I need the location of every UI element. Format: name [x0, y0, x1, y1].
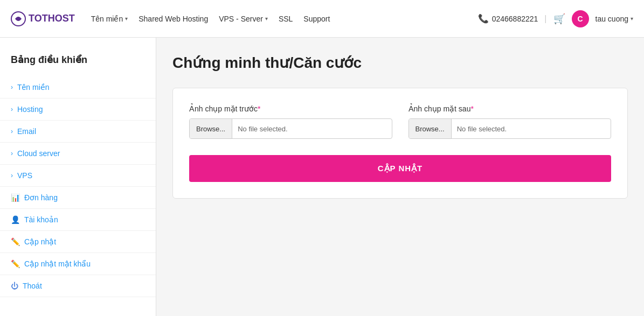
bar-chart-icon: 📊 [11, 193, 20, 202]
sidebar-item-email[interactable]: › Email [0, 121, 156, 143]
back-browse-button[interactable]: Browse... [409, 119, 452, 138]
arrow-icon: › [11, 83, 13, 91]
edit-icon: ✏️ [11, 259, 20, 268]
cart-icon[interactable]: 🛒 [553, 13, 565, 25]
sidebar-item-vps[interactable]: › VPS [0, 165, 156, 187]
sidebar-item-cloud-server[interactable]: › Cloud server [0, 143, 156, 165]
main-content: Chứng minh thư/Căn cước Ảnh chụp mặt trư… [156, 38, 644, 316]
nav-item-ssl[interactable]: SSL [279, 15, 293, 23]
page-container: Bảng điều khiển › Tên miền › Hosting › E… [0, 38, 644, 316]
arrow-icon: › [11, 150, 13, 157]
front-browse-button[interactable]: Browse... [190, 119, 232, 138]
front-upload-group: Ảnh chụp mặt trước* Browse... No file se… [189, 104, 392, 139]
front-label: Ảnh chụp mặt trước* [189, 104, 392, 113]
nav-item-support[interactable]: Support [303, 15, 330, 23]
user-menu[interactable]: tau cuong ▾ [595, 15, 634, 23]
front-file-name: No file selected. [232, 125, 391, 133]
header-left: TOTHOST Tên miền ▾ Shared Web Hosting VP… [11, 11, 330, 26]
arrow-icon: › [11, 172, 13, 179]
upload-row: Ảnh chụp mặt trước* Browse... No file se… [189, 104, 611, 139]
sidebar-item-hosting[interactable]: › Hosting [0, 99, 156, 121]
main-nav: Tên miền ▾ Shared Web Hosting VPS - Serv… [91, 15, 330, 23]
sidebar-title: Bảng điều khiển [0, 48, 156, 76]
back-upload-group: Ảnh chụp mặt sau* Browse... No file sele… [408, 104, 612, 139]
id-card-form: Ảnh chụp mặt trước* Browse... No file se… [172, 88, 628, 199]
sidebar-item-ten-mien[interactable]: › Tên miền [0, 76, 156, 99]
back-required: * [470, 104, 473, 113]
header: TOTHOST Tên miền ▾ Shared Web Hosting VP… [0, 0, 644, 38]
avatar[interactable]: C [572, 10, 589, 27]
chevron-down-icon: ▾ [125, 16, 128, 22]
user-icon: 👤 [11, 215, 20, 224]
sidebar-item-cap-nhat[interactable]: ✏️ Cập nhật [0, 231, 156, 253]
sidebar-item-tai-khoan[interactable]: 👤 Tài khoản [0, 209, 156, 231]
back-label: Ảnh chụp mặt sau* [408, 104, 612, 113]
nav-item-shared-hosting[interactable]: Shared Web Hosting [139, 15, 208, 23]
back-file-name: No file selected. [452, 125, 611, 133]
front-required: * [258, 104, 260, 113]
logo-text: TOTHOST [29, 13, 75, 24]
sidebar-item-thoat[interactable]: ⏻ Thoát [0, 275, 156, 297]
sidebar-item-cap-nhat-mat-khau[interactable]: ✏️ Cập nhật mật khẩu [0, 253, 156, 275]
power-icon: ⏻ [11, 282, 18, 290]
update-button[interactable]: CẬP NHẬT [189, 155, 611, 182]
header-right: 📞 02466882221 | 🛒 C tau cuong ▾ [478, 10, 633, 27]
arrow-icon: › [11, 106, 13, 113]
chevron-down-icon: ▾ [265, 16, 268, 22]
page-title: Chứng minh thư/Căn cước [172, 54, 628, 72]
phone-area: 📞 02466882221 [478, 13, 538, 24]
logo[interactable]: TOTHOST [11, 11, 75, 26]
arrow-icon: › [11, 128, 13, 135]
front-file-input: Browse... No file selected. [189, 118, 392, 139]
nav-item-ten-mien[interactable]: Tên miền ▾ [91, 15, 128, 23]
sidebar-item-don-hang[interactable]: 📊 Đơn hàng [0, 187, 156, 209]
back-file-input: Browse... No file selected. [408, 118, 612, 139]
divider: | [544, 14, 546, 24]
phone-icon: 📞 [478, 13, 489, 24]
phone-number: 02466882221 [492, 15, 538, 23]
edit-icon: ✏️ [11, 237, 20, 246]
logo-icon [11, 11, 26, 26]
nav-item-vps-server[interactable]: VPS - Server ▾ [219, 15, 268, 23]
sidebar: Bảng điều khiển › Tên miền › Hosting › E… [0, 38, 156, 316]
chevron-down-icon: ▾ [631, 16, 633, 22]
